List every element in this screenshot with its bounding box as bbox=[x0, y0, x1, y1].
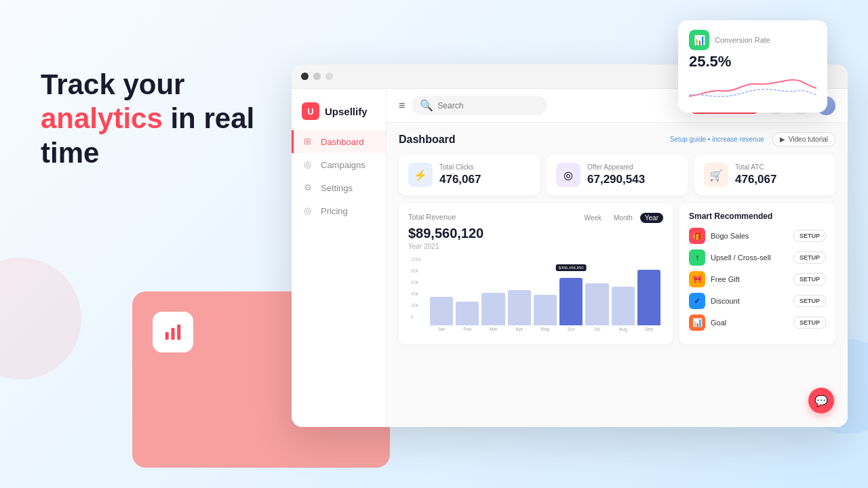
grid-label-100k: 100k bbox=[411, 257, 427, 262]
period-week[interactable]: Week bbox=[580, 213, 606, 223]
bar-group-apr: Apr bbox=[508, 290, 531, 331]
goal-icon: 📊 bbox=[689, 314, 705, 331]
search-box[interactable]: 🔍 bbox=[412, 96, 547, 115]
sidebar-item-pricing[interactable]: ◎ Pricing bbox=[292, 199, 386, 222]
sidebar-item-campaigns[interactable]: ◎ Campaigns bbox=[292, 153, 386, 176]
bar-label-sep: Sep bbox=[645, 327, 653, 331]
nav-label-pricing: Pricing bbox=[321, 206, 348, 216]
bar-label-jul: Jul bbox=[594, 327, 600, 331]
bar-aug bbox=[612, 287, 635, 325]
dashboard-icon: ⊞ bbox=[304, 136, 315, 147]
stat-atc-info: Total ATC 476,067 bbox=[735, 163, 776, 186]
bar-group-sep: Sep bbox=[637, 270, 660, 331]
chart-labels: 100k 80k 60k 40k 20k 0 bbox=[411, 257, 427, 319]
bar-tooltip-jun: $456,456,850 bbox=[556, 264, 587, 271]
main-content: ≡ 🔍 New Campaign ☆ 🔔 Dashboard Setup bbox=[387, 89, 848, 427]
bars-wrapper: Jan Feb Mar bbox=[430, 257, 660, 331]
atc-icon: 🛒 bbox=[704, 163, 728, 187]
revenue-year: Year 2021 bbox=[408, 243, 663, 250]
period-tabs: Week Month Year bbox=[580, 213, 663, 223]
smart-recommended-card: Smart Recommended 🎁 Bogo Sales SETUP ↑ U… bbox=[679, 203, 835, 344]
bar-label-may: May bbox=[540, 327, 549, 331]
conversion-header: 📊 Conversion Rate bbox=[689, 30, 816, 50]
period-year[interactable]: Year bbox=[640, 213, 663, 223]
window-body: U Upsellify ⊞ Dashboard ◎ Campaigns ⚙ Se… bbox=[292, 89, 848, 427]
chat-icon: 💬 bbox=[814, 394, 828, 407]
sidebar: U Upsellify ⊞ Dashboard ◎ Campaigns ⚙ Se… bbox=[292, 89, 387, 427]
dashboard-header: Dashboard Setup guide • increase revenue… bbox=[399, 132, 835, 146]
freegift-label: Free Gift bbox=[711, 275, 788, 283]
pricing-icon: ◎ bbox=[304, 205, 315, 216]
video-tutorial-button[interactable]: ▶ Video tutorial bbox=[772, 132, 835, 146]
goal-setup-button[interactable]: SETUP bbox=[793, 317, 826, 329]
freegift-icon: 🎀 bbox=[689, 271, 705, 287]
bar-group-jul: Jul bbox=[585, 283, 608, 331]
freegift-setup-button[interactable]: SETUP bbox=[793, 273, 826, 285]
rec-item-bogo: 🎁 Bogo Sales SETUP bbox=[689, 228, 826, 244]
period-month[interactable]: Month bbox=[609, 213, 637, 223]
sidebar-item-settings[interactable]: ⚙ Settings bbox=[292, 176, 386, 199]
chrome-dot-minimize[interactable] bbox=[313, 73, 321, 80]
revenue-card: Total Revenue Week Month Year $89,560,12… bbox=[399, 203, 673, 344]
upsell-label: Upsell / Cross-sell bbox=[711, 253, 788, 262]
chat-button[interactable]: 💬 bbox=[808, 388, 834, 413]
discount-setup-button[interactable]: SETUP bbox=[793, 295, 826, 307]
sparkline bbox=[689, 76, 816, 103]
hero-title: Track your analytics in real time bbox=[41, 68, 258, 170]
bar-label-mar: Mar bbox=[490, 327, 498, 331]
search-input[interactable] bbox=[437, 101, 539, 110]
setup-link[interactable]: Setup guide • increase revenue bbox=[670, 136, 764, 143]
svg-rect-2 bbox=[177, 325, 180, 340]
bar-group-mar: Mar bbox=[481, 293, 505, 331]
campaigns-icon: ◎ bbox=[304, 159, 315, 170]
dashboard-content: Dashboard Setup guide • increase revenue… bbox=[387, 123, 848, 354]
grid-label-20k: 20k bbox=[411, 303, 427, 308]
stat-offer-info: Offer Appeared 67,290,543 bbox=[587, 163, 645, 186]
bar-sep bbox=[637, 270, 660, 325]
conversion-value: 25.5% bbox=[689, 53, 816, 70]
chart-area: 100k 80k 60k 40k 20k 0 bbox=[411, 257, 660, 331]
stat-card-clicks: ⚡ Total Clicks 476,067 bbox=[399, 155, 540, 195]
bogo-label: Bogo Sales bbox=[711, 232, 788, 240]
stat-card-offer: ◎ Offer Appeared 67,290,543 bbox=[547, 155, 688, 195]
bar-apr bbox=[508, 290, 531, 325]
nav-label-settings: Settings bbox=[321, 183, 353, 193]
grid-label-0: 0 bbox=[411, 314, 427, 319]
video-label: Video tutorial bbox=[789, 136, 828, 143]
clicks-label: Total Clicks bbox=[439, 163, 481, 171]
offer-icon: ◎ bbox=[556, 163, 580, 187]
nav-label-dashboard: Dashboard bbox=[321, 137, 364, 147]
bar-chart: 100k 80k 60k 40k 20k 0 bbox=[408, 257, 663, 331]
bar-label-feb: Feb bbox=[463, 327, 471, 331]
chrome-dot-maximize[interactable] bbox=[326, 73, 333, 80]
offer-value: 67,290,543 bbox=[587, 173, 645, 186]
revenue-label: Total Revenue bbox=[408, 213, 456, 221]
hero-section: Track your analytics in real time bbox=[41, 68, 258, 170]
rec-item-freegift: 🎀 Free Gift SETUP bbox=[689, 271, 826, 287]
bar-group-feb: Feb bbox=[456, 302, 479, 331]
chrome-dot-close[interactable] bbox=[301, 73, 309, 80]
bar-group-aug: Aug bbox=[612, 287, 635, 331]
bar-mar bbox=[481, 293, 505, 325]
atc-value: 476,067 bbox=[735, 173, 776, 186]
nav-label-campaigns: Campaigns bbox=[321, 160, 366, 170]
sidebar-item-dashboard[interactable]: ⊞ Dashboard bbox=[292, 130, 386, 153]
atc-label: Total ATC bbox=[735, 163, 776, 171]
bar-label-aug: Aug bbox=[618, 327, 627, 331]
bar-jun bbox=[559, 278, 583, 325]
discount-label: Discount bbox=[711, 297, 788, 305]
rec-item-discount: ✓ Discount SETUP bbox=[689, 293, 826, 309]
svg-rect-1 bbox=[172, 328, 175, 340]
clicks-value: 476,067 bbox=[439, 173, 481, 186]
play-icon: ▶ bbox=[780, 136, 785, 143]
bottom-section: Total Revenue Week Month Year $89,560,12… bbox=[399, 203, 835, 344]
stat-card-atc: 🛒 Total ATC 476,067 bbox=[694, 155, 835, 195]
bogo-setup-button[interactable]: SETUP bbox=[793, 230, 826, 242]
smart-recommended-title: Smart Recommended bbox=[689, 211, 826, 221]
app-icon bbox=[153, 312, 193, 352]
offer-label: Offer Appeared bbox=[587, 163, 645, 171]
bar-group-may: May bbox=[534, 295, 557, 331]
upsell-setup-button[interactable]: SETUP bbox=[793, 251, 826, 264]
menu-icon[interactable]: ≡ bbox=[399, 100, 405, 112]
grid-label-40k: 40k bbox=[411, 291, 427, 296]
